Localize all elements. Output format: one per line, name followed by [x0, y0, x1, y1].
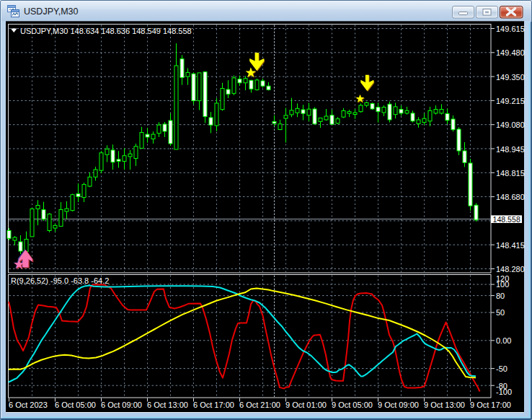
svg-text:100: 100: [496, 280, 509, 289]
svg-text:6 Oct 13:00: 6 Oct 13:00: [147, 401, 188, 409]
svg-text:9 Oct 13:00: 9 Oct 13:00: [424, 401, 465, 409]
svg-text:6 Oct 21:00: 6 Oct 21:00: [239, 401, 280, 409]
svg-text:6 Oct 17:00: 6 Oct 17:00: [193, 401, 234, 409]
svg-text:148.945: 148.945: [496, 145, 525, 154]
svg-text:6 Oct 09:00: 6 Oct 09:00: [101, 401, 142, 409]
svg-text:6 Oct 2023: 6 Oct 2023: [9, 401, 48, 409]
svg-text:-50: -50: [496, 364, 507, 373]
svg-text:9 Oct 09:00: 9 Oct 09:00: [378, 401, 419, 409]
svg-text:0.00: 0.00: [496, 336, 511, 345]
svg-text:6 Oct 05:00: 6 Oct 05:00: [55, 401, 96, 409]
svg-text:148.280: 148.280: [496, 265, 525, 274]
svg-text:9 Oct 01:00: 9 Oct 01:00: [285, 401, 327, 409]
svg-text:149.480: 149.480: [496, 48, 525, 57]
svg-text:149.350: 149.350: [496, 73, 525, 82]
svg-text:R(9,26,52) -95.0 -63.8 -64.2: R(9,26,52) -95.0 -63.8 -64.2: [11, 276, 109, 285]
svg-text:148.680: 148.680: [496, 193, 525, 201]
svg-text:USDJPY,M30 148.634 148.636 148: USDJPY,M30 148.634 148.636 148.549 148.5…: [20, 27, 192, 35]
svg-text:9 Oct 17:00: 9 Oct 17:00: [470, 401, 511, 409]
svg-text:149.215: 149.215: [496, 97, 525, 105]
svg-text:50: 50: [496, 308, 505, 317]
svg-text:149.080: 149.080: [496, 121, 525, 129]
svg-text:80: 80: [496, 292, 505, 300]
svg-text:148.815: 148.815: [496, 169, 525, 178]
svg-text:9 Oct 05:00: 9 Oct 05:00: [332, 401, 373, 409]
svg-text:148.558: 148.558: [493, 215, 520, 224]
svg-text:149.615: 149.615: [496, 25, 525, 33]
svg-text:148.415: 148.415: [496, 241, 525, 250]
svg-text:-100: -100: [496, 388, 512, 396]
svg-text:USDJPY,M30: USDJPY,M30: [24, 6, 79, 17]
